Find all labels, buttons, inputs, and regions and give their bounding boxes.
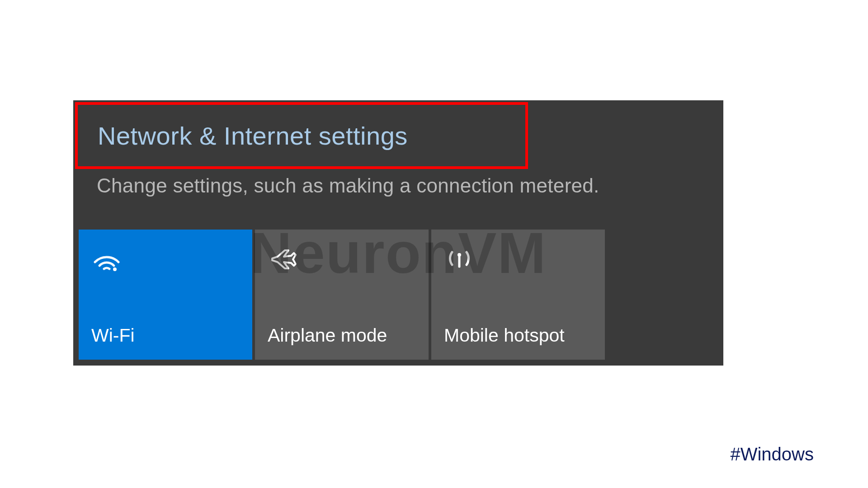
network-settings-link[interactable]: Network & Internet settings: [98, 121, 408, 150]
airplane-icon: [269, 244, 297, 273]
hashtag-label: #Windows: [730, 444, 814, 465]
hotspot-icon: [445, 244, 474, 273]
quick-action-tiles: Wi-Fi Airplane mode Mobile hotspot: [79, 230, 605, 360]
mobile-hotspot-tile[interactable]: Mobile hotspot: [431, 230, 605, 360]
network-flyout-panel: Network & Internet settings Change setti…: [73, 100, 723, 366]
airplane-mode-tile-label: Airplane mode: [268, 325, 416, 346]
airplane-mode-tile[interactable]: Airplane mode: [255, 230, 429, 360]
wifi-icon: [92, 244, 121, 273]
wifi-tile-label: Wi-Fi: [91, 325, 240, 346]
network-settings-subtitle: Change settings, such as making a connec…: [97, 174, 599, 197]
highlight-annotation: Network & Internet settings: [75, 102, 528, 169]
svg-point-0: [113, 267, 117, 271]
mobile-hotspot-tile-label: Mobile hotspot: [444, 325, 592, 346]
svg-point-2: [458, 253, 461, 257]
wifi-tile[interactable]: Wi-Fi: [79, 230, 252, 360]
